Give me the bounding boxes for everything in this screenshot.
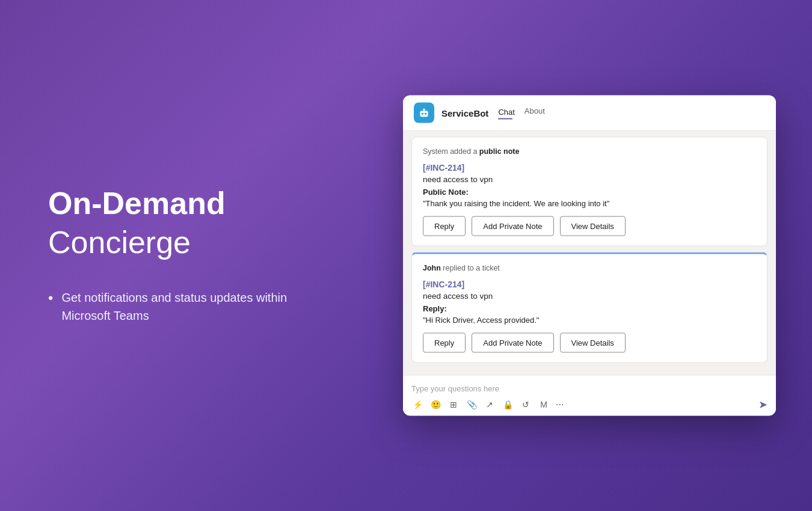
message-card-2: John replied to a ticket [#INC-214] need… bbox=[411, 252, 767, 363]
reply-button-1[interactable]: Reply bbox=[423, 216, 466, 236]
toolbar-more-icon[interactable]: ··· bbox=[556, 399, 564, 410]
view-details-button-1[interactable]: View Details bbox=[560, 216, 626, 236]
toolbar-format-icon[interactable]: ⚡ bbox=[411, 399, 423, 411]
note-label-2: Reply: bbox=[423, 304, 756, 313]
chat-title: ServiceBot bbox=[441, 108, 488, 118]
ticket-subject-1: need access to vpn bbox=[423, 175, 756, 184]
svg-rect-4 bbox=[424, 108, 425, 110]
title-bold: On-Demand bbox=[48, 186, 301, 221]
action-buttons-2: Reply Add Private Note View Details bbox=[423, 333, 756, 353]
message-1-meta-prefix: System added a bbox=[423, 147, 479, 156]
message-1-meta-bold: public note bbox=[479, 147, 520, 156]
ticket-link-2[interactable]: [#INC-214] bbox=[423, 280, 756, 289]
message-1-meta: System added a public note bbox=[423, 147, 756, 156]
toolbar-send-icon[interactable]: ➤ bbox=[758, 398, 767, 411]
message-2-meta-suffix: replied to a ticket bbox=[441, 264, 500, 272]
toolbar-refresh-icon[interactable]: ↺ bbox=[520, 399, 532, 411]
ticket-link-1[interactable]: [#INC-214] bbox=[423, 163, 756, 173]
chat-window: ServiceBot Chat About System added a pub… bbox=[403, 96, 776, 416]
ticket-subject-2: need access to vpn bbox=[423, 292, 756, 301]
note-text-2: "Hi Rick Driver, Access provided." bbox=[423, 316, 756, 325]
view-details-button-2[interactable]: View Details bbox=[560, 333, 626, 353]
chat-toolbar: ⚡ 🙂 ⊞ 📎 ↗ 🔒 ↺ M ··· ➤ bbox=[411, 398, 767, 411]
svg-point-1 bbox=[422, 113, 423, 115]
bullet-item-1: Get notifications and status updates wit… bbox=[48, 289, 301, 325]
toolbar-mark-icon[interactable]: M bbox=[538, 399, 550, 411]
message-2-meta: John replied to a ticket bbox=[423, 264, 756, 272]
title-light: Concierge bbox=[48, 225, 301, 260]
action-buttons-1: Reply Add Private Note View Details bbox=[423, 216, 756, 236]
chat-body: System added a public note [#INC-214] ne… bbox=[403, 131, 776, 375]
message-card-1: System added a public note [#INC-214] ne… bbox=[411, 137, 767, 246]
add-private-note-button-1[interactable]: Add Private Note bbox=[472, 216, 553, 236]
bot-icon bbox=[418, 107, 430, 119]
feature-list: Get notifications and status updates wit… bbox=[48, 289, 301, 325]
left-panel: On-Demand Concierge Get notifications an… bbox=[48, 186, 301, 325]
nav-chat-label: Chat bbox=[498, 108, 514, 118]
toolbar-lock-icon[interactable]: 🔒 bbox=[502, 399, 514, 411]
note-text-1: "Thank you raising the incident. We are … bbox=[423, 199, 756, 208]
nav-chat[interactable]: Chat bbox=[498, 106, 514, 120]
toolbar-emoji-icon[interactable]: 🙂 bbox=[429, 399, 441, 411]
message-2-sender: John bbox=[423, 264, 441, 272]
reply-button-2[interactable]: Reply bbox=[423, 333, 466, 353]
note-label-1: Public Note: bbox=[423, 188, 756, 197]
toolbar-grid-icon[interactable]: ⊞ bbox=[448, 399, 460, 411]
chat-header: ServiceBot Chat About bbox=[403, 96, 776, 131]
nav-chat-underline bbox=[498, 118, 512, 120]
nav-about[interactable]: About bbox=[524, 106, 545, 120]
chat-input-placeholder[interactable]: Type your questions here bbox=[411, 382, 767, 398]
svg-point-2 bbox=[425, 113, 426, 115]
bullet-text-1: Get notifications and status updates wit… bbox=[61, 289, 301, 325]
toolbar-link-icon[interactable]: ↗ bbox=[484, 399, 496, 411]
toolbar-attach-icon[interactable]: 📎 bbox=[466, 399, 478, 411]
chat-input-area: Type your questions here ⚡ 🙂 ⊞ 📎 ↗ 🔒 ↺ M… bbox=[403, 375, 776, 416]
svg-rect-0 bbox=[420, 111, 428, 117]
chat-nav: Chat About bbox=[498, 106, 544, 120]
add-private-note-button-2[interactable]: Add Private Note bbox=[472, 333, 553, 353]
servicebot-logo bbox=[414, 103, 434, 123]
